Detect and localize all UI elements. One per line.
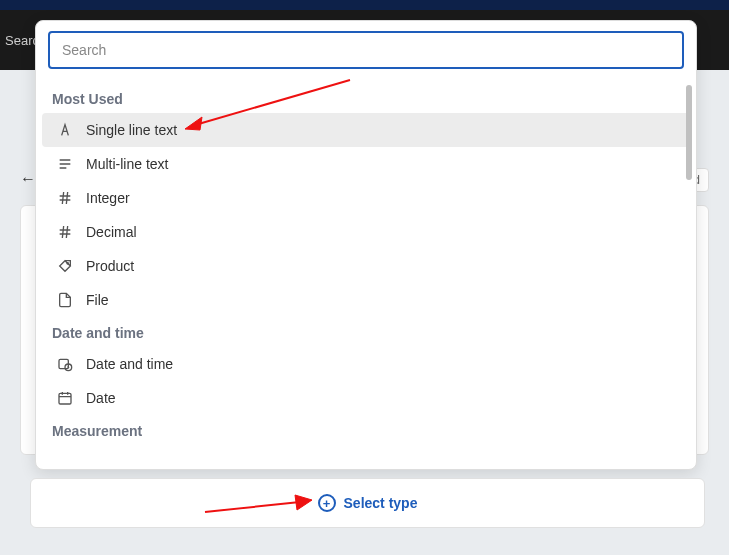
option-label: Single line text <box>86 122 177 138</box>
hash-icon <box>56 189 74 207</box>
file-icon <box>56 291 74 309</box>
select-type-button[interactable]: + Select type <box>30 478 705 528</box>
back-button[interactable]: ← <box>20 170 36 188</box>
hash-icon <box>56 223 74 241</box>
svg-line-9 <box>62 226 63 238</box>
svg-line-10 <box>66 226 67 238</box>
svg-rect-14 <box>59 393 71 404</box>
svg-line-6 <box>66 192 67 204</box>
scrollbar-thumb[interactable] <box>686 85 692 180</box>
section-header-most-used: Most Used <box>36 83 696 113</box>
option-single-line-text[interactable]: Single line text <box>42 113 690 147</box>
tag-icon <box>56 257 74 275</box>
option-date[interactable]: Date <box>42 381 690 415</box>
svg-point-11 <box>67 263 68 264</box>
section-header-measurement: Measurement <box>36 415 696 445</box>
select-type-label: Select type <box>344 495 418 511</box>
option-label: Product <box>86 258 134 274</box>
option-date-and-time[interactable]: Date and time <box>42 347 690 381</box>
option-label: Date and time <box>86 356 173 372</box>
svg-line-5 <box>62 192 63 204</box>
option-label: File <box>86 292 109 308</box>
lines-icon <box>56 155 74 173</box>
window-top-bar <box>0 0 729 10</box>
option-label: Integer <box>86 190 130 206</box>
options-scroll-area[interactable]: Most Used Single line text Multi-line te… <box>36 79 696 469</box>
option-file[interactable]: File <box>42 283 690 317</box>
clock-calendar-icon <box>56 355 74 373</box>
type-picker-dropdown: Most Used Single line text Multi-line te… <box>35 20 697 470</box>
option-multi-line-text[interactable]: Multi-line text <box>42 147 690 181</box>
bg-search-label: Searc <box>5 33 39 48</box>
option-integer[interactable]: Integer <box>42 181 690 215</box>
text-a-icon <box>56 121 74 139</box>
search-input[interactable] <box>48 31 684 69</box>
option-label: Date <box>86 390 116 406</box>
option-label: Multi-line text <box>86 156 168 172</box>
option-product[interactable]: Product <box>42 249 690 283</box>
plus-circle-icon: + <box>318 494 336 512</box>
calendar-icon <box>56 389 74 407</box>
section-header-date-time: Date and time <box>36 317 696 347</box>
option-label: Decimal <box>86 224 137 240</box>
option-decimal[interactable]: Decimal <box>42 215 690 249</box>
search-wrap <box>36 21 696 79</box>
